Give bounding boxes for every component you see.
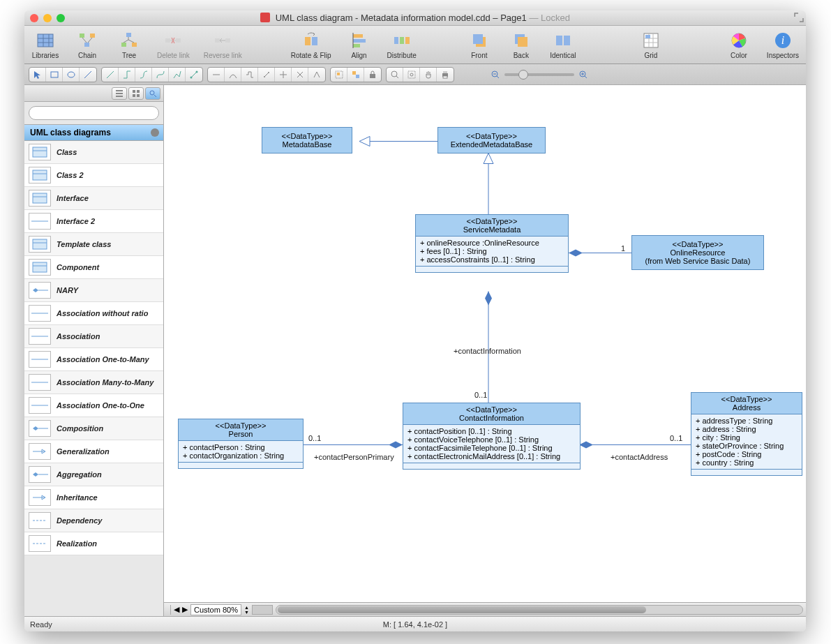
- page-prev-icon[interactable]: ◀: [174, 605, 179, 614]
- class-service-metadata[interactable]: <<DataType>>ServiceMetadata + onlineReso…: [415, 214, 569, 273]
- class-address[interactable]: <<DataType>>Address + addressType : Stri…: [691, 392, 802, 476]
- reverse-link-button[interactable]: Reverse link: [204, 31, 242, 59]
- canvas[interactable]: <<DataType>> MetadataBase <<DataType>> E…: [164, 85, 806, 616]
- connector-1[interactable]: [102, 68, 119, 82]
- distribute-button[interactable]: Distribute: [387, 31, 417, 59]
- palette-item[interactable]: Interface 2: [24, 210, 163, 233]
- zoom-area-tool[interactable]: [403, 68, 420, 82]
- palette-thumb: [29, 397, 51, 414]
- palette-title[interactable]: UML class diagrams: [24, 124, 163, 141]
- rotate-flip-button[interactable]: Rotate & Flip: [291, 31, 331, 59]
- path-1[interactable]: [208, 68, 225, 82]
- side-tabs: [24, 85, 163, 102]
- connector-4[interactable]: [152, 68, 169, 82]
- class-online-resource[interactable]: <<DataType>> OnlineResource (from Web Se…: [631, 235, 764, 270]
- palette-item[interactable]: Template class: [24, 233, 163, 256]
- zoom-stepper[interactable]: ▲▼: [244, 605, 249, 615]
- lock-tool[interactable]: [364, 68, 381, 82]
- delete-link-button[interactable]: Delete link: [157, 31, 190, 59]
- print-tool[interactable]: [437, 68, 454, 82]
- ellipse-tool[interactable]: [63, 68, 80, 82]
- grid-button[interactable]: Grid: [637, 31, 665, 59]
- palette-item[interactable]: Association without ratio: [24, 302, 163, 325]
- identical-button[interactable]: Identical: [549, 31, 577, 59]
- page-next-icon[interactable]: ▶: [182, 605, 188, 614]
- zoom-field[interactable]: Custom 80%: [190, 604, 241, 615]
- pointer-tool[interactable]: [29, 68, 46, 82]
- connector-6[interactable]: [186, 68, 202, 82]
- palette-item[interactable]: Class 2: [24, 164, 163, 187]
- class-person[interactable]: <<DataType>>Person + contactPerson : Str…: [178, 419, 304, 469]
- class-name: OnlineResource: [671, 248, 726, 257]
- toolbar-label: Grid: [644, 52, 657, 59]
- libraries-button[interactable]: Libraries: [31, 31, 59, 59]
- tree-button[interactable]: Tree: [115, 31, 143, 59]
- maximize-button[interactable]: [57, 14, 65, 22]
- bottom-handle[interactable]: [167, 605, 171, 615]
- path-3[interactable]: [241, 68, 258, 82]
- svg-rect-23: [405, 37, 410, 44]
- path-7[interactable]: [308, 68, 325, 82]
- sidetab-search[interactable]: [145, 87, 160, 100]
- class-ext-metadatabase[interactable]: <<DataType>> ExtendedMetadataBase: [437, 127, 546, 153]
- path-6[interactable]: [292, 68, 308, 82]
- ungroup-tool[interactable]: [347, 68, 364, 82]
- toolbar-label: Delete link: [157, 52, 190, 59]
- rect-tool[interactable]: [46, 68, 63, 82]
- class-contact-info[interactable]: <<DataType>>ContactInformation + contact…: [403, 403, 581, 470]
- connector-2[interactable]: [119, 68, 135, 82]
- h-scrollbar[interactable]: [276, 605, 803, 615]
- front-button[interactable]: Front: [465, 31, 493, 59]
- palette-item[interactable]: Interface: [24, 187, 163, 210]
- back-button[interactable]: Back: [507, 31, 535, 59]
- palette-item[interactable]: Association One-to-One: [24, 394, 163, 417]
- connector-3[interactable]: [135, 68, 152, 82]
- zoom-knob[interactable]: [518, 70, 528, 80]
- path-5[interactable]: [275, 68, 292, 82]
- sidetab-grid[interactable]: [128, 87, 144, 100]
- palette-item[interactable]: Inheritance: [24, 486, 163, 509]
- zoom-track[interactable]: [504, 73, 574, 76]
- svg-marker-89: [33, 426, 38, 430]
- palette-item[interactable]: Association One-to-Many: [24, 348, 163, 371]
- chain-button[interactable]: Chain: [73, 31, 101, 59]
- palette-item[interactable]: Association Many-to-Many: [24, 371, 163, 394]
- palette-label: Class 2: [57, 171, 84, 179]
- palette-item[interactable]: Generalization: [24, 440, 163, 463]
- connector-5[interactable]: [169, 68, 186, 82]
- zoom-out-icon[interactable]: [491, 70, 500, 80]
- palette-item[interactable]: Component: [24, 256, 163, 279]
- close-button[interactable]: [30, 14, 38, 22]
- palette-item[interactable]: Aggregation: [24, 463, 163, 486]
- path-4[interactable]: [258, 68, 275, 82]
- group-tool[interactable]: [331, 68, 347, 82]
- path-2[interactable]: [225, 68, 241, 82]
- h-scroll-thumb[interactable]: [278, 606, 646, 613]
- zoom-in-tool[interactable]: [387, 68, 403, 82]
- palette-item[interactable]: Realization: [24, 532, 163, 555]
- class-metadatabase[interactable]: <<DataType>> MetadataBase: [262, 127, 352, 153]
- palette-title-label: UML class diagrams: [30, 128, 111, 137]
- palette-close-icon[interactable]: [151, 128, 159, 137]
- front-icon: [470, 31, 489, 50]
- pan-tool[interactable]: [420, 68, 437, 82]
- palette-item[interactable]: Association: [24, 325, 163, 348]
- color-button[interactable]: Color: [725, 31, 753, 59]
- palette-item[interactable]: NARY: [24, 279, 163, 302]
- sidetab-list[interactable]: [112, 87, 127, 100]
- fullscreen-icon[interactable]: [794, 13, 804, 22]
- attr: + contactFacsimileTelephone [0..1] : Str…: [407, 444, 576, 452]
- zoom-in-icon[interactable]: [578, 70, 588, 80]
- inspectors-button[interactable]: i Inspectors: [767, 31, 799, 59]
- align-button[interactable]: Align: [345, 31, 373, 59]
- palette-item[interactable]: Dependency: [24, 509, 163, 532]
- minimize-button[interactable]: [43, 14, 52, 22]
- zoom-slider[interactable]: [491, 70, 588, 80]
- palette-item[interactable]: Composition: [24, 417, 163, 440]
- palette-label: Association One-to-Many: [57, 355, 149, 364]
- search-input[interactable]: [29, 106, 159, 120]
- svg-point-48: [391, 71, 397, 77]
- palette-item[interactable]: Class: [24, 141, 163, 164]
- line-tool[interactable]: [80, 68, 96, 82]
- page-tabs[interactable]: [252, 605, 273, 615]
